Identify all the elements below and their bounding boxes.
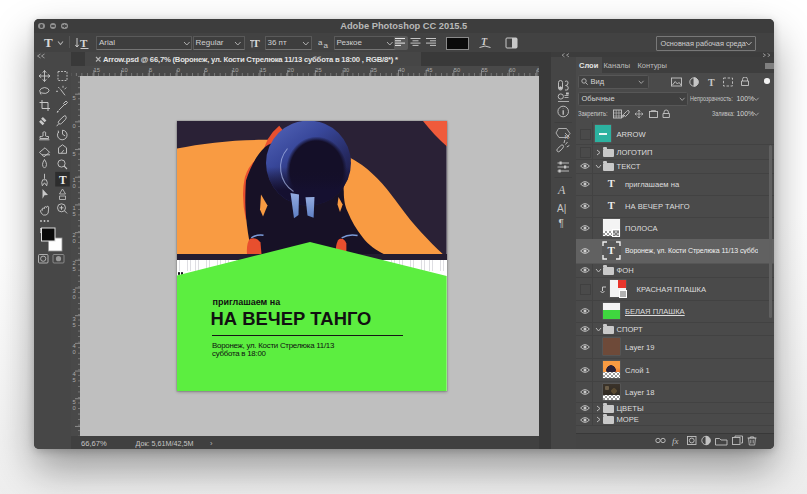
svg-text:¶: ¶: [559, 218, 564, 229]
svg-text:T: T: [708, 77, 715, 87]
svg-text:fx: fx: [672, 436, 679, 446]
svg-text:T: T: [252, 37, 260, 49]
svg-text:A: A: [557, 183, 566, 197]
svg-text:T: T: [44, 35, 53, 50]
svg-text:T: T: [80, 37, 88, 49]
svg-text:a: a: [318, 38, 323, 47]
svg-text:T: T: [58, 174, 66, 186]
svg-text:a: a: [323, 41, 328, 49]
svg-text:N: N: [565, 134, 569, 140]
svg-text:A|: A|: [557, 203, 566, 214]
svg-text:T: T: [481, 36, 488, 47]
